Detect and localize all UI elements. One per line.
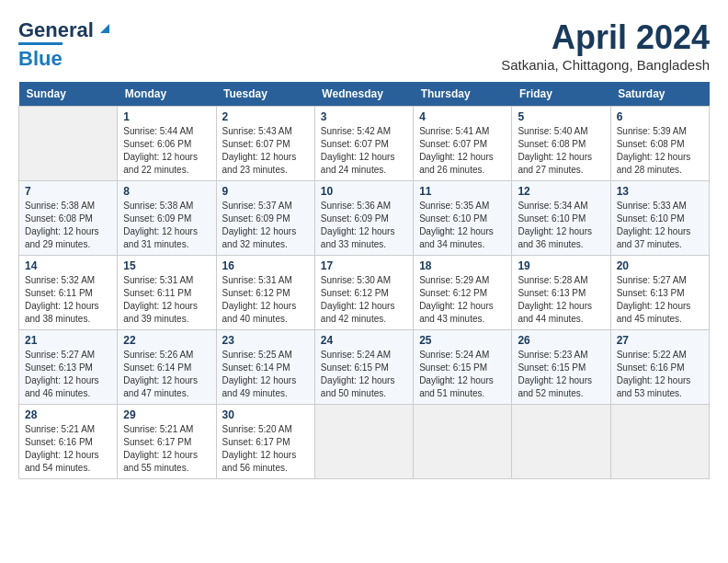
cell-w3-d4: 17Sunrise: 5:30 AMSunset: 6:12 PMDayligh… [314, 256, 413, 330]
day-info: Sunrise: 5:29 AMSunset: 6:12 PMDaylight:… [419, 274, 506, 326]
day-info: Sunrise: 5:22 AMSunset: 6:16 PMDaylight:… [617, 349, 703, 400]
logo-general: General [18, 18, 94, 42]
col-sunday: Sunday [19, 82, 118, 107]
day-number: 8 [123, 185, 210, 198]
cell-w4-d7: 27Sunrise: 5:22 AMSunset: 6:16 PMDayligh… [610, 330, 709, 405]
day-info: Sunrise: 5:37 AMSunset: 6:09 PMDaylight:… [222, 200, 309, 251]
cell-w4-d6: 26Sunrise: 5:23 AMSunset: 6:15 PMDayligh… [512, 330, 610, 405]
week-row-4: 21Sunrise: 5:27 AMSunset: 6:13 PMDayligh… [19, 330, 710, 405]
week-row-1: 1Sunrise: 5:44 AMSunset: 6:06 PMDaylight… [19, 107, 710, 181]
title-area: April 2024 Satkania, Chittagong, Banglad… [501, 18, 710, 73]
day-number: 5 [518, 110, 604, 123]
day-number: 29 [123, 408, 210, 421]
day-info: Sunrise: 5:27 AMSunset: 6:13 PMDaylight:… [25, 349, 111, 400]
day-info: Sunrise: 5:20 AMSunset: 6:17 PMDaylight:… [222, 423, 309, 475]
day-number: 2 [222, 110, 309, 123]
day-info: Sunrise: 5:35 AMSunset: 6:10 PMDaylight:… [419, 200, 506, 251]
header-row: Sunday Monday Tuesday Wednesday Thursday… [19, 82, 710, 107]
cell-w3-d2: 15Sunrise: 5:31 AMSunset: 6:11 PMDayligh… [118, 256, 216, 330]
day-number: 7 [25, 185, 111, 198]
logo: General Blue [18, 18, 113, 71]
day-number: 24 [321, 334, 407, 347]
day-number: 21 [25, 334, 111, 347]
day-info: Sunrise: 5:31 AMSunset: 6:11 PMDaylight:… [123, 274, 210, 326]
day-info: Sunrise: 5:36 AMSunset: 6:09 PMDaylight:… [321, 200, 407, 251]
col-monday: Monday [118, 82, 216, 107]
cell-w1-d2: 1Sunrise: 5:44 AMSunset: 6:06 PMDaylight… [118, 107, 216, 181]
cell-w3-d7: 20Sunrise: 5:27 AMSunset: 6:13 PMDayligh… [610, 256, 709, 330]
day-info: Sunrise: 5:42 AMSunset: 6:07 PMDaylight:… [321, 125, 407, 177]
calendar-title: April 2024 [501, 18, 710, 57]
day-info: Sunrise: 5:23 AMSunset: 6:15 PMDaylight:… [518, 349, 604, 400]
cell-w1-d5: 4Sunrise: 5:41 AMSunset: 6:07 PMDaylight… [414, 107, 512, 181]
day-info: Sunrise: 5:39 AMSunset: 6:08 PMDaylight:… [617, 125, 703, 177]
calendar-table: Sunday Monday Tuesday Wednesday Thursday… [18, 82, 710, 479]
day-info: Sunrise: 5:26 AMSunset: 6:14 PMDaylight:… [123, 349, 210, 400]
cell-w1-d6: 5Sunrise: 5:40 AMSunset: 6:08 PMDaylight… [512, 107, 610, 181]
day-info: Sunrise: 5:31 AMSunset: 6:12 PMDaylight:… [222, 274, 309, 326]
calendar-subtitle: Satkania, Chittagong, Bangladesh [501, 57, 710, 73]
cell-w5-d3: 30Sunrise: 5:20 AMSunset: 6:17 PMDayligh… [216, 405, 314, 479]
day-number: 13 [617, 185, 703, 198]
cell-w3-d5: 18Sunrise: 5:29 AMSunset: 6:12 PMDayligh… [414, 256, 512, 330]
day-info: Sunrise: 5:24 AMSunset: 6:15 PMDaylight:… [321, 349, 407, 400]
day-number: 1 [123, 110, 210, 123]
cell-w3-d6: 19Sunrise: 5:28 AMSunset: 6:13 PMDayligh… [512, 256, 610, 330]
cell-w4-d2: 22Sunrise: 5:26 AMSunset: 6:14 PMDayligh… [118, 330, 216, 405]
cell-w2-d6: 12Sunrise: 5:34 AMSunset: 6:10 PMDayligh… [512, 181, 610, 256]
day-number: 9 [222, 185, 309, 198]
cell-w4-d5: 25Sunrise: 5:24 AMSunset: 6:15 PMDayligh… [414, 330, 512, 405]
day-number: 25 [419, 334, 506, 347]
cell-w1-d1 [19, 107, 118, 181]
day-info: Sunrise: 5:43 AMSunset: 6:07 PMDaylight:… [222, 125, 309, 177]
day-number: 30 [222, 408, 309, 421]
cell-w4-d1: 21Sunrise: 5:27 AMSunset: 6:13 PMDayligh… [19, 330, 118, 405]
cell-w5-d4 [314, 405, 413, 479]
day-info: Sunrise: 5:27 AMSunset: 6:13 PMDaylight:… [617, 274, 703, 326]
day-info: Sunrise: 5:38 AMSunset: 6:08 PMDaylight:… [25, 200, 111, 251]
cell-w4-d4: 24Sunrise: 5:24 AMSunset: 6:15 PMDayligh… [314, 330, 413, 405]
day-info: Sunrise: 5:33 AMSunset: 6:10 PMDaylight:… [617, 200, 703, 251]
svg-marker-0 [100, 24, 109, 33]
day-number: 26 [518, 334, 604, 347]
cell-w5-d1: 28Sunrise: 5:21 AMSunset: 6:16 PMDayligh… [19, 405, 118, 479]
cell-w5-d5 [414, 405, 512, 479]
cell-w1-d4: 3Sunrise: 5:42 AMSunset: 6:07 PMDaylight… [314, 107, 413, 181]
header: General Blue April 2024 Satkania, Chitta… [18, 18, 710, 73]
week-row-5: 28Sunrise: 5:21 AMSunset: 6:16 PMDayligh… [19, 405, 710, 479]
cell-w2-d1: 7Sunrise: 5:38 AMSunset: 6:08 PMDaylight… [19, 181, 118, 256]
week-row-2: 7Sunrise: 5:38 AMSunset: 6:08 PMDaylight… [19, 181, 710, 256]
logo-arrow [97, 20, 113, 40]
col-saturday: Saturday [610, 82, 709, 107]
day-number: 10 [321, 185, 407, 198]
day-info: Sunrise: 5:41 AMSunset: 6:07 PMDaylight:… [419, 125, 506, 177]
day-number: 6 [617, 110, 703, 123]
day-info: Sunrise: 5:21 AMSunset: 6:17 PMDaylight:… [123, 423, 210, 475]
day-number: 20 [617, 259, 703, 272]
day-info: Sunrise: 5:34 AMSunset: 6:10 PMDaylight:… [518, 200, 604, 251]
logo-blue: Blue [18, 42, 63, 71]
day-info: Sunrise: 5:30 AMSunset: 6:12 PMDaylight:… [321, 274, 407, 326]
day-info: Sunrise: 5:25 AMSunset: 6:14 PMDaylight:… [222, 349, 309, 400]
col-wednesday: Wednesday [314, 82, 413, 107]
day-number: 4 [419, 110, 506, 123]
cell-w3-d3: 16Sunrise: 5:31 AMSunset: 6:12 PMDayligh… [216, 256, 314, 330]
cell-w3-d1: 14Sunrise: 5:32 AMSunset: 6:11 PMDayligh… [19, 256, 118, 330]
day-number: 18 [419, 259, 506, 272]
cell-w2-d7: 13Sunrise: 5:33 AMSunset: 6:10 PMDayligh… [610, 181, 709, 256]
cell-w2-d5: 11Sunrise: 5:35 AMSunset: 6:10 PMDayligh… [414, 181, 512, 256]
day-info: Sunrise: 5:32 AMSunset: 6:11 PMDaylight:… [25, 274, 111, 326]
day-info: Sunrise: 5:40 AMSunset: 6:08 PMDaylight:… [518, 125, 604, 177]
cell-w1-d7: 6Sunrise: 5:39 AMSunset: 6:08 PMDaylight… [610, 107, 709, 181]
day-number: 11 [419, 185, 506, 198]
day-info: Sunrise: 5:21 AMSunset: 6:16 PMDaylight:… [25, 423, 111, 475]
day-number: 23 [222, 334, 309, 347]
cell-w5-d2: 29Sunrise: 5:21 AMSunset: 6:17 PMDayligh… [118, 405, 216, 479]
cell-w5-d6 [512, 405, 610, 479]
day-number: 22 [123, 334, 210, 347]
day-number: 19 [518, 259, 604, 272]
col-thursday: Thursday [414, 82, 512, 107]
col-friday: Friday [512, 82, 610, 107]
week-row-3: 14Sunrise: 5:32 AMSunset: 6:11 PMDayligh… [19, 256, 710, 330]
day-info: Sunrise: 5:38 AMSunset: 6:09 PMDaylight:… [123, 200, 210, 251]
